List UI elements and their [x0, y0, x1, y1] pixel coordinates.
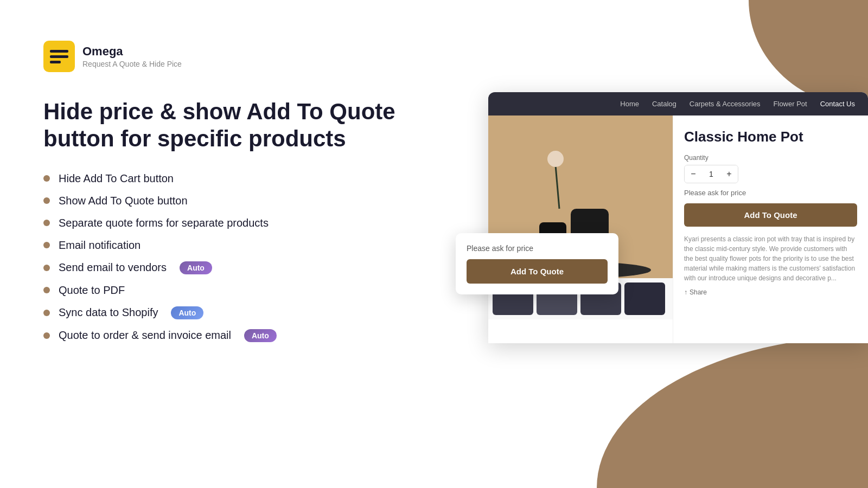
logo-title: Omega	[82, 44, 182, 59]
quantity-increase-button[interactable]: +	[720, 165, 738, 183]
product-description: Kyari presents a classic iron pot with t…	[684, 234, 857, 283]
bullet-icon	[43, 175, 50, 182]
feature-text: Sync data to Shopify	[59, 306, 158, 319]
logo-icon	[43, 41, 75, 72]
list-item: Email notification	[43, 239, 423, 252]
logo-text: Omega Request A Quote & Hide Pice	[82, 44, 182, 68]
product-image-area	[488, 115, 673, 343]
flower-head	[547, 151, 564, 167]
share-icon: ↑	[684, 288, 687, 296]
bullet-icon	[43, 242, 50, 248]
feature-text: Send email to vendors	[59, 261, 167, 274]
popup-add-to-quote-button[interactable]: Add To Quote	[467, 259, 608, 284]
logo-area: Omega Request A Quote & Hide Pice	[43, 41, 423, 72]
heading-line1: Hide price & show Add To Quote	[43, 99, 395, 124]
logo-subtitle: Request A Quote & Hide Pice	[82, 60, 182, 68]
quantity-value: 1	[702, 170, 720, 178]
feature-text: Hide Add To Cart button	[59, 172, 174, 185]
popup-ask-price: Please ask for price	[467, 244, 608, 253]
list-item: Hide Add To Cart button	[43, 172, 423, 185]
browser-nav: Home Catalog Carpets & Accessories Flowe…	[488, 92, 868, 115]
list-item: Send email to vendors Auto	[43, 261, 423, 274]
logo-line-1	[50, 50, 68, 53]
bullet-icon	[43, 220, 50, 226]
bullet-icon	[43, 310, 50, 316]
list-item: Quote to PDF	[43, 284, 423, 297]
list-item: Sync data to Shopify Auto	[43, 306, 423, 319]
feature-text: Email notification	[59, 239, 141, 252]
popup-card: Please ask for price Add To Quote	[456, 233, 618, 294]
auto-badge-blue: Auto	[171, 306, 203, 319]
share-link[interactable]: ↑ Share	[684, 288, 857, 296]
thumbnail-4[interactable]	[624, 282, 665, 315]
browser-content: Classic Home Pot Quantity − 1 + Please a…	[488, 115, 868, 343]
right-mockup: Home Catalog Carpets & Accessories Flowe…	[456, 92, 868, 343]
flower-stem	[554, 165, 560, 209]
ask-price-label: Please ask for price	[684, 189, 857, 197]
feature-text: Quote to PDF	[59, 284, 125, 297]
auto-badge-purple-1: Auto	[180, 261, 212, 274]
bullet-icon	[43, 287, 50, 293]
logo-line-2	[50, 55, 68, 58]
nav-home[interactable]: Home	[620, 100, 639, 108]
main-heading: Hide price & show Add To Quote button fo…	[43, 98, 423, 153]
nav-carpets[interactable]: Carpets & Accessories	[690, 100, 761, 108]
feature-list: Hide Add To Cart button Show Add To Quot…	[43, 172, 423, 342]
share-label: Share	[690, 288, 707, 296]
left-content: Omega Request A Quote & Hide Pice Hide p…	[43, 41, 423, 342]
list-item: Quote to order & send invoice email Auto	[43, 329, 423, 342]
quantity-control: − 1 +	[684, 165, 738, 183]
quantity-decrease-button[interactable]: −	[685, 165, 702, 183]
bg-curve-bottom-right	[597, 336, 868, 488]
list-item: Show Add To Quote button	[43, 195, 423, 207]
bullet-icon	[43, 197, 50, 204]
feature-text: Separate quote forms for separate produc…	[59, 217, 269, 229]
logo-line-3	[50, 61, 61, 63]
heading-line2: button for specific products	[43, 126, 346, 151]
nav-flowerpot[interactable]: Flower Pot	[774, 100, 807, 108]
feature-text: Show Add To Quote button	[59, 195, 188, 207]
auto-badge-purple-2: Auto	[244, 329, 277, 342]
bullet-icon	[43, 332, 50, 339]
nav-catalog[interactable]: Catalog	[652, 100, 676, 108]
add-to-quote-button[interactable]: Add To Quote	[684, 203, 857, 227]
feature-text: Quote to order & send invoice email	[59, 329, 231, 342]
bullet-icon	[43, 265, 50, 271]
nav-contact[interactable]: Contact Us	[820, 100, 855, 108]
browser-window: Home Catalog Carpets & Accessories Flowe…	[488, 92, 868, 343]
quantity-label: Quantity	[684, 154, 857, 162]
list-item: Separate quote forms for separate produc…	[43, 217, 423, 229]
product-info: Classic Home Pot Quantity − 1 + Please a…	[673, 115, 868, 343]
product-title: Classic Home Pot	[684, 129, 857, 145]
